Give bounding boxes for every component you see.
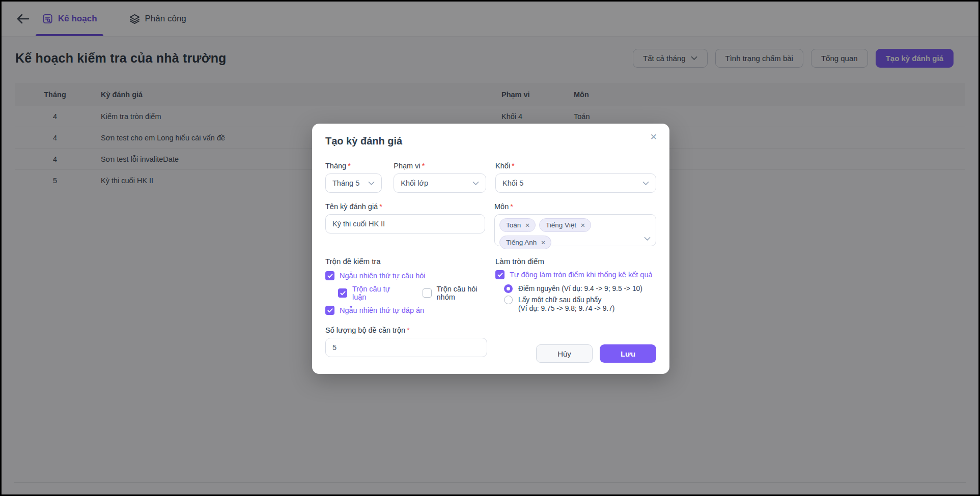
radio-label[interactable]: Lấy một chữ sau dấu phẩy [518, 296, 601, 304]
checkbox-label[interactable]: Ngẫu nhiên thứ tự đáp án [340, 306, 424, 314]
form-row-selects: Tháng* Tháng 5 Phạm vi* Khối lớp Khối* K… [325, 162, 656, 193]
chip-label: Toán [506, 221, 521, 229]
subject-chip: Tiếng Anh ✕ [499, 236, 551, 249]
shuffle-section-title: Trộn đề kiểm tra [325, 257, 486, 266]
grade-select[interactable]: Khối 5 [495, 173, 656, 193]
checkbox-label[interactable]: Trộn câu tự luận [352, 285, 398, 301]
radio-integer-rounding[interactable] [504, 284, 513, 293]
subjects-field-label: Môn* [494, 202, 656, 211]
shuffle-section: Trộn đề kiểm tra Ngẫu nhiên thứ tự câu h… [325, 257, 486, 319]
modal-title: Tạo kỳ đánh giá [325, 135, 656, 147]
chip-label: Tiếng Việt [546, 221, 576, 229]
radio-note: (Ví dụ: 9.75 -> 9.8; 9.74 -> 9.7) [518, 305, 656, 312]
radio-label[interactable]: Điểm nguyên (Ví dụ: 9.4 -> 9; 9.5 -> 10) [518, 285, 642, 293]
checkbox-label[interactable]: Trộn câu hỏi nhóm [437, 285, 486, 301]
radio-one-decimal[interactable] [504, 296, 513, 304]
checkbox-label[interactable]: Tự động làm tròn điểm khi thống kê kết q… [510, 271, 653, 279]
remove-chip-icon[interactable]: ✕ [525, 222, 530, 229]
subject-chip: Tiếng Việt ✕ [539, 218, 591, 232]
form-row-options: Trộn đề kiểm tra Ngẫu nhiên thứ tự câu h… [325, 257, 656, 319]
checkbox-shuffle-answers[interactable] [325, 306, 334, 315]
assessment-name-input[interactable] [325, 214, 485, 234]
month-select[interactable]: Tháng 5 [325, 173, 382, 193]
checkbox-auto-round[interactable] [495, 270, 505, 279]
cancel-button[interactable]: Hủy [536, 344, 593, 363]
form-row-name-subjects: Tên kỳ đánh giá* Môn* Toán ✕ Tiếng Việt … [325, 202, 656, 246]
create-assessment-modal: Tạo kỳ đánh giá ✕ Tháng* Tháng 5 Phạm vi… [312, 124, 669, 374]
name-field-label: Tên kỳ đánh giá* [325, 202, 485, 211]
set-count-input[interactable] [325, 338, 487, 357]
rounding-section-title: Làm tròn điểm [495, 257, 656, 266]
grade-select-value: Khối 5 [502, 179, 523, 187]
chip-label: Tiếng Anh [506, 239, 537, 246]
app-page: Kế hoạch Phân công Kế hoạch kiểm tra của… [0, 0, 980, 496]
scope-select-value: Khối lớp [401, 179, 428, 187]
checkbox-label[interactable]: Ngẫu nhiên thứ tự câu hỏi [340, 272, 426, 280]
chevron-down-icon [368, 181, 375, 186]
remove-chip-icon[interactable]: ✕ [580, 222, 585, 229]
save-button[interactable]: Lưu [600, 344, 656, 363]
month-field-label: Tháng* [325, 162, 382, 170]
rounding-section: Làm tròn điểm Tự động làm tròn điểm khi … [495, 257, 656, 319]
checkbox-shuffle-questions[interactable] [325, 271, 334, 280]
close-icon[interactable]: ✕ [648, 131, 659, 143]
modal-actions: Hủy Lưu [536, 344, 656, 363]
chevron-down-icon [644, 237, 651, 241]
chevron-down-icon [642, 181, 649, 186]
subject-chip: Toán ✕ [499, 218, 536, 232]
month-select-value: Tháng 5 [332, 179, 359, 187]
chevron-down-icon [472, 181, 479, 186]
form-row-set-count: Số lượng bộ đề cần trộn* [325, 326, 514, 357]
checkbox-shuffle-essay[interactable] [338, 288, 347, 298]
subjects-multiselect[interactable]: Toán ✕ Tiếng Việt ✕ Tiếng Anh ✕ [494, 214, 656, 246]
checkbox-shuffle-group-questions[interactable] [423, 288, 432, 298]
remove-chip-icon[interactable]: ✕ [541, 239, 546, 246]
set-count-label: Số lượng bộ đề cần trộn* [325, 326, 514, 334]
grade-field-label: Khối* [495, 162, 656, 170]
scope-field-label: Phạm vi* [394, 162, 486, 170]
scope-select[interactable]: Khối lớp [394, 173, 486, 193]
